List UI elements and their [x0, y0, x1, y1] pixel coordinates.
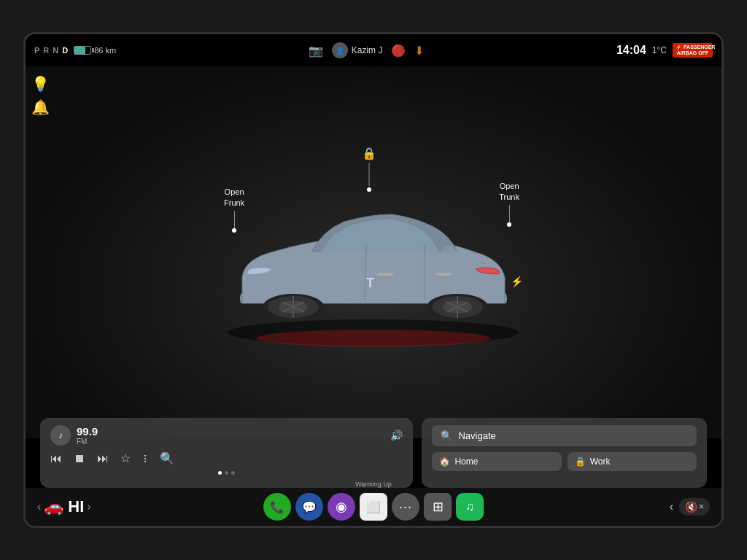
taskbar: ‹ 🚗 HI › 📞 💬 ◉ ⬜ ··· ⊞ — [26, 488, 721, 526]
user-name-text: Kazim J — [352, 45, 383, 55]
grid-icon: ⊞ — [433, 499, 444, 515]
home-work-row: 🏠 Home 🔒 Work — [432, 452, 697, 471]
dots-icon: ··· — [399, 499, 412, 515]
svg-text:T: T — [366, 276, 374, 290]
music-note-icon: ♪ — [58, 430, 63, 440]
prev-btn[interactable]: ⏮ — [50, 452, 62, 465]
airbag-badge: ⚡ PASSENGER AIRBAG OFF — [673, 43, 713, 58]
next-btn[interactable]: ⏭ — [97, 452, 109, 465]
hi-display: 🚗 HI — [44, 497, 84, 516]
gear-selector: P R N D — [34, 46, 68, 55]
back-arrow-btn[interactable]: ‹ — [670, 500, 673, 513]
headlight-icon[interactable]: 💡 — [31, 75, 50, 93]
media-info: ♪ 99.9 FM — [50, 425, 98, 446]
temp-display: 1°C — [652, 45, 667, 55]
phone-icon: 📞 — [270, 500, 285, 514]
trunk-label-text: Open Trunk — [499, 182, 519, 201]
hi-next-arrow[interactable]: › — [87, 500, 90, 513]
top-center-section: 📷 👤 Kazim J 🔴 ⬇ — [309, 42, 425, 58]
top-left-section: P R N D 86 km — [34, 46, 116, 55]
circle-app-btn[interactable]: ◉ — [328, 493, 355, 521]
battery-fill — [74, 47, 85, 54]
gear-r[interactable]: R — [43, 46, 49, 55]
search-btn[interactable]: 🔍 — [160, 451, 174, 465]
stop-btn[interactable]: ⏹ — [74, 452, 85, 465]
hi-prev-arrow[interactable]: ‹ — [37, 500, 41, 513]
station-type: FM — [77, 438, 98, 446]
navigate-label: Navigate — [458, 430, 495, 441]
svg-rect-7 — [436, 273, 452, 276]
star-btn[interactable]: ☆ — [120, 451, 131, 465]
volume-mute-btn[interactable]: 🔇 × — [679, 498, 710, 516]
user-name[interactable]: 👤 Kazim J — [332, 42, 383, 58]
home-label: Home — [454, 456, 478, 467]
messages-icon: 💬 — [302, 500, 317, 514]
bell-icon[interactable]: 🔔 — [31, 98, 50, 116]
media-panel: ♪ 99.9 FM 🔊 ⏮ ⏹ ⏭ ☆ ⫶ 🔍 — [40, 418, 413, 488]
page-dots — [50, 471, 403, 475]
home-icon: 🏠 — [439, 456, 450, 467]
nav-panel: 🔍 Navigate 🏠 Home 🔒 Work — [422, 418, 707, 488]
home-button[interactable]: 🏠 Home — [432, 452, 561, 471]
top-right-section: 14:04 1°C ⚡ PASSENGER AIRBAG OFF — [616, 43, 713, 58]
lock-label[interactable]: 🔒 — [362, 147, 376, 160]
car-svg: ⚡ T — [198, 165, 549, 354]
taskbar-right: ‹ 🔇 × — [670, 498, 710, 516]
dot-1 — [218, 471, 222, 475]
taskbar-center: 📞 💬 ◉ ⬜ ··· ⊞ ♫ — [263, 493, 484, 521]
car-task-icon: 🚗 — [44, 497, 63, 516]
media-top-row: ♪ 99.9 FM 🔊 — [50, 425, 403, 446]
car-display-area: ⚡ T Open Frunk — [26, 66, 721, 438]
gear-p[interactable]: P — [34, 46, 39, 55]
bottom-panels: ♪ 99.9 FM 🔊 ⏮ ⏹ ⏭ ☆ ⫶ 🔍 — [40, 418, 707, 488]
dots-btn[interactable]: ··· — [392, 493, 419, 521]
trunk-label[interactable]: Open Trunk — [499, 181, 519, 203]
hi-text: HI — [68, 497, 84, 516]
whitesq-btn[interactable]: ⬜ — [360, 493, 387, 521]
frunk-label[interactable]: Open Frunk — [224, 187, 244, 209]
battery-icon — [74, 46, 91, 55]
warming-up-label: Warming Up — [355, 481, 392, 488]
car-model-container: ⚡ T Open Frunk — [184, 150, 563, 354]
spotify-btn[interactable]: ♫ — [456, 493, 484, 521]
volume-mute-icon: 🔇 — [685, 501, 697, 513]
sentry-icon[interactable]: 🔴 — [391, 44, 406, 58]
left-panel: 💡 🔔 — [31, 75, 50, 116]
circle-icon: ◉ — [336, 499, 347, 515]
white-sq-icon: ⬜ — [366, 500, 381, 514]
top-status-bar: P R N D 86 km 📷 👤 Kazim J 🔴 ⬇ 14:04 — [26, 34, 721, 66]
tesla-screen: P R N D 86 km 📷 👤 Kazim J 🔴 ⬇ 14:04 — [23, 32, 724, 528]
grid-btn[interactable]: ⊞ — [424, 493, 452, 521]
media-controls: ⏮ ⏹ ⏭ ☆ ⫶ 🔍 — [50, 451, 403, 465]
close-icon: × — [699, 502, 704, 512]
lock-icon: 🔒 — [362, 147, 376, 160]
station-display: 99.9 FM — [77, 425, 98, 446]
music-icon-circle: ♪ — [50, 425, 71, 446]
download-icon[interactable]: ⬇ — [414, 44, 424, 58]
dot-2 — [225, 471, 228, 475]
spotify-icon: ♫ — [465, 500, 474, 513]
taskbar-left: ‹ 🚗 HI › — [37, 497, 91, 516]
frunk-label-text: Open Frunk — [224, 187, 244, 207]
eq-btn[interactable]: ⫶ — [142, 452, 148, 465]
camera-icon[interactable]: 📷 — [309, 44, 323, 58]
gear-d[interactable]: D — [62, 46, 68, 55]
work-label: Work — [590, 456, 611, 467]
station-frequency: 99.9 — [77, 425, 98, 438]
nav-search-icon: 🔍 — [441, 430, 452, 441]
svg-point-3 — [257, 330, 490, 347]
messages-btn[interactable]: 💬 — [295, 493, 323, 521]
user-avatar: 👤 — [332, 42, 348, 58]
work-button[interactable]: 🔒 Work — [568, 452, 697, 471]
gear-n[interactable]: N — [53, 46, 58, 55]
svg-rect-6 — [377, 273, 393, 276]
battery-km: 86 km — [94, 46, 116, 55]
time-display: 14:04 — [616, 44, 646, 57]
battery-info: 86 km — [74, 46, 116, 55]
svg-text:⚡: ⚡ — [511, 276, 524, 288]
warming-up-text: Warming Up — [355, 481, 392, 488]
phone-btn[interactable]: 📞 — [263, 493, 291, 521]
dot-3 — [231, 471, 235, 475]
volume-icon[interactable]: 🔊 — [390, 429, 403, 441]
navigate-button[interactable]: 🔍 Navigate — [432, 425, 697, 446]
